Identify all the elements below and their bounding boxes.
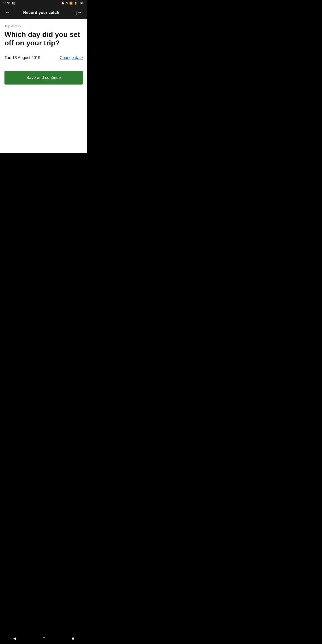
battery-icon: 🔋 <box>74 2 77 5</box>
back-icon <box>5 10 10 16</box>
do-not-disturb-icon: ⊖ <box>66 2 68 5</box>
alarm-icon: ⏰ <box>61 2 64 5</box>
save-continue-button[interactable]: Save and continue <box>4 71 83 84</box>
section-label: Trip details <box>4 24 83 28</box>
date-row: Tue 13 August 2019 Change date <box>4 56 83 60</box>
back-button[interactable] <box>4 8 12 17</box>
status-right: ⏰ ⊖ 📶 🔋 53% <box>61 2 84 5</box>
toolbar-title: Record your catch <box>23 10 59 15</box>
time-display: 13:36 <box>3 2 10 5</box>
status-bar: 13:36 🖼 ⏰ ⊖ 📶 🔋 53% <box>0 0 87 6</box>
question-heading: Which day did you set off on your trip? <box>4 30 83 48</box>
selected-date: Tue 13 August 2019 <box>4 56 40 60</box>
change-date-button[interactable]: Change date <box>60 56 83 60</box>
exit-icon: ⬚→ <box>72 10 82 16</box>
main-content: Trip details Which day did you set off o… <box>0 19 87 153</box>
toolbar: Record your catch ⬚→ <box>0 6 87 19</box>
exit-button[interactable]: ⬚→ <box>70 8 84 17</box>
image-icon: 🖼 <box>12 2 15 5</box>
battery-text: 53% <box>79 2 84 5</box>
signal-icon: 📶 <box>69 2 73 5</box>
status-left: 13:36 🖼 <box>3 2 15 5</box>
